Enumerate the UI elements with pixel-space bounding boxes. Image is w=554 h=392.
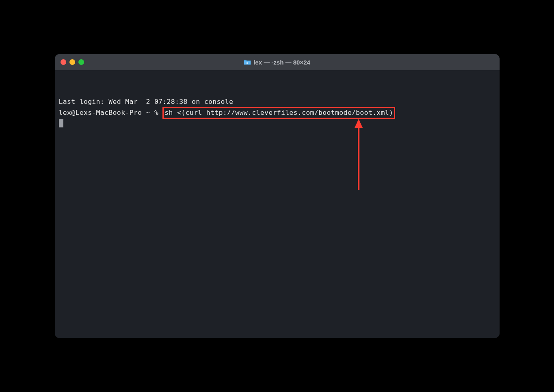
traffic-lights [61, 59, 84, 65]
svg-marker-2 [355, 119, 363, 128]
folder-icon [244, 59, 251, 65]
title-container: lex — -zsh — 80×24 [55, 59, 500, 66]
titlebar[interactable]: lex — -zsh — 80×24 [55, 54, 500, 70]
cursor [59, 119, 63, 127]
maximize-button[interactable] [78, 59, 84, 65]
minimize-button[interactable] [69, 59, 75, 65]
command-text: sh <(curl http://www.cleverfiles.com/boo… [162, 107, 395, 119]
terminal-window: lex — -zsh — 80×24 Last login: Wed Mar 2… [55, 54, 500, 338]
window-title: lex — -zsh — 80×24 [253, 59, 310, 66]
close-button[interactable] [61, 59, 66, 65]
last-login-text: Last login: Wed Mar 2 07:28:38 on consol… [59, 97, 496, 107]
shell-prompt: lex@Lexs-MacBook-Pro ~ % [59, 108, 163, 118]
svg-rect-0 [247, 62, 248, 64]
terminal-content[interactable]: Last login: Wed Mar 2 07:28:38 on consol… [55, 70, 500, 338]
